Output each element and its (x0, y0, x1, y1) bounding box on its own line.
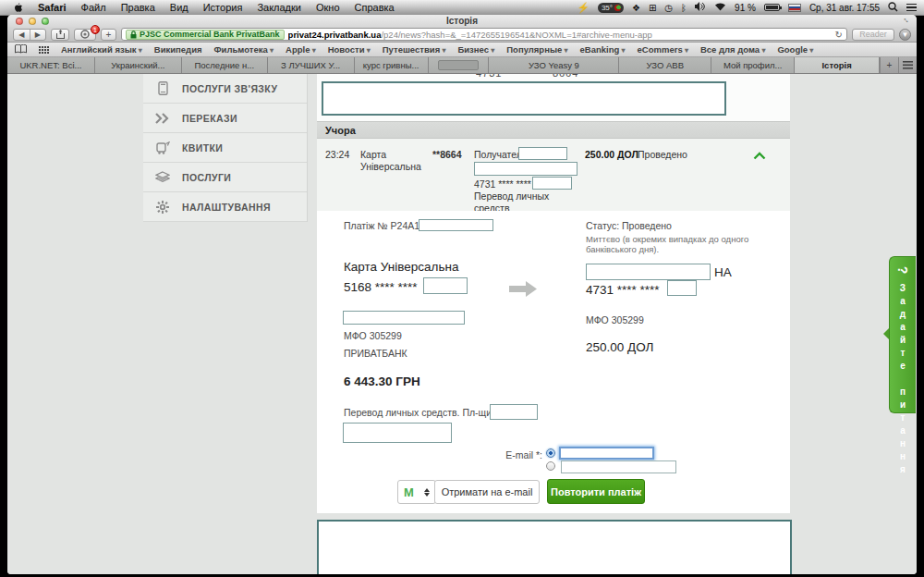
from-card-name: Карта Універсальна (344, 260, 458, 274)
power-bolt-icon[interactable]: ⚡ (577, 2, 590, 14)
email-radio-1[interactable] (546, 448, 555, 458)
to-card-prefix: 4731 **** **** (586, 283, 660, 297)
menubar-clock[interactable]: Ср, 31 авг. 17:55 (809, 3, 880, 13)
sidebar-item-communication[interactable]: ПОСЛУГИ ЗВ'ЯЗКУ (143, 74, 307, 104)
bookmark-apple[interactable]: Apple (286, 44, 316, 55)
bookmark-filmoteka[interactable]: Фильмотека (214, 44, 274, 55)
transaction-row[interactable]: 23:24 Карта Універсальна **8664 Получате… (317, 139, 790, 211)
bookmark-travel[interactable]: Путешествия (383, 44, 446, 55)
phone-icon (143, 81, 182, 95)
browser-toolbar: ◀▶ 1 + PJSC Commercial Bank PrivatBank p… (7, 27, 917, 43)
bookmark-home[interactable]: Все для дома (700, 44, 765, 55)
menu-edit[interactable]: Правка (121, 2, 155, 13)
to-amount: 250.00 ДОЛ (586, 340, 653, 354)
bookmark-ecommers[interactable]: eCommers (638, 44, 688, 55)
bluetooth-icon[interactable]: ᛒ (681, 3, 687, 13)
ev-certificate-badge[interactable]: PJSC Commercial Bank PrivatBank (126, 30, 285, 40)
tab-ukrainian[interactable]: Украинский... (95, 57, 182, 73)
tab-history-active[interactable]: Історія (795, 57, 880, 73)
sidebar-item-settings[interactable]: НАЛАШТУВАННЯ (143, 192, 307, 222)
redacted-from-owner (343, 311, 465, 325)
menu-safari[interactable]: Safari (38, 2, 67, 13)
ask-question-tab[interactable]: ? Задайте питання (889, 256, 916, 413)
mail-service-select[interactable]: M (397, 480, 436, 504)
bookmark-news[interactable]: Новости (328, 44, 371, 55)
email-input-2[interactable] (561, 460, 676, 473)
sidebar-item-services[interactable]: ПОСЛУГИ (143, 163, 307, 192)
add-tab-button[interactable]: + (880, 57, 898, 73)
lock-icon (130, 31, 137, 39)
from-bank: ПРИВАТБАНК (344, 348, 407, 359)
repeat-payment-button[interactable]: Повторити платіж (547, 479, 645, 504)
redacted-recipient-line2 (474, 162, 578, 176)
bookmark-ebanking[interactable]: eBanking (580, 44, 626, 55)
collapse-chevron-icon[interactable] (753, 151, 766, 162)
menu-history[interactable]: История (203, 2, 243, 13)
menu-bookmarks[interactable]: Закладки (257, 2, 301, 13)
email-radio-2[interactable] (546, 461, 555, 471)
menu-help[interactable]: Справка (355, 2, 395, 13)
bookmark-business[interactable]: Бизнес (457, 44, 494, 55)
temp-status-icon (614, 5, 621, 11)
tab-overview-button[interactable] (898, 57, 917, 73)
wifi-icon[interactable] (714, 2, 726, 13)
send-email-button[interactable]: Отримати на e-mail (434, 480, 540, 504)
gmail-icon: M (404, 485, 414, 499)
menu-file[interactable]: Файл (81, 2, 106, 13)
ask-question-label: Задайте питання (898, 283, 908, 477)
window-titlebar[interactable]: Історія ↔ (7, 15, 917, 27)
top-sites-icon[interactable] (39, 46, 49, 54)
tab-my-profile[interactable]: Мой профил... (711, 57, 795, 73)
time-machine-icon[interactable]: ◷ (664, 3, 673, 13)
back-button[interactable]: ◀ (14, 30, 30, 40)
sidebar-item-label: КВИТКИ (182, 142, 223, 153)
payment-number-label: Платіж № P24A1 (344, 220, 419, 231)
sidebar-item-tickets[interactable]: КВИТКИ (143, 133, 307, 163)
bookmark-wikipedia[interactable]: Википедия (154, 44, 202, 55)
tab-untitled[interactable] (429, 57, 490, 73)
sidebar-item-transfers[interactable]: ПЕРЕКАЗИ (143, 104, 307, 133)
bookmark-english[interactable]: Английский язык (61, 44, 142, 55)
bookmark-google[interactable]: Google (777, 44, 813, 55)
email-input-1[interactable] (559, 447, 654, 460)
zoom-window-button[interactable] (42, 18, 49, 25)
tab-ukrnet[interactable]: UKR.NET: Всі... (7, 57, 95, 73)
minimize-window-button[interactable] (29, 18, 36, 25)
tab-uzo-abb[interactable]: УЗО ABB (619, 57, 711, 73)
tab-best[interactable]: З ЛУЧШИХ У... (268, 57, 355, 73)
new-tab-button[interactable]: + (101, 29, 116, 41)
battery-percent: 91 % (735, 3, 756, 13)
detail-status: Статус: Проведено (586, 220, 672, 231)
downloads-button[interactable]: ▼ (899, 29, 911, 41)
close-window-button[interactable] (16, 18, 23, 25)
back-forward-control[interactable]: ◀▶ (13, 29, 46, 41)
sidebar-item-label: НАЛАШТУВАННЯ (182, 202, 271, 213)
address-bar[interactable]: PJSC Commercial Bank PrivatBank privat24… (121, 28, 847, 41)
temperature-widget[interactable]: 35° (598, 3, 624, 13)
bookmark-popular[interactable]: Популярные (506, 44, 567, 55)
reading-list-icon[interactable] (15, 44, 27, 55)
extension-button[interactable]: 1 (74, 29, 96, 41)
windows-icon[interactable]: ⊞ (649, 3, 656, 13)
tab-latest-news[interactable]: Последние н... (182, 57, 268, 73)
window-title: Історія (7, 15, 917, 27)
apple-icon[interactable] (13, 2, 23, 13)
redacted-payer (490, 404, 538, 420)
tab-kurs-grivny[interactable]: курс гривны... (355, 57, 429, 73)
menu-window[interactable]: Окно (316, 2, 340, 13)
forward-button[interactable]: ▶ (30, 30, 46, 40)
tab-uzo-yeasy[interactable]: УЗО Yeasy 9 (489, 57, 619, 73)
share-button[interactable] (51, 29, 69, 41)
menu-view[interactable]: Вид (170, 2, 188, 13)
spotlight-search-icon[interactable] (888, 2, 898, 14)
battery-icon[interactable] (764, 4, 780, 11)
reader-button[interactable]: Reader (852, 29, 894, 41)
redacted-to-recipient (586, 264, 711, 280)
dropbox-icon[interactable]: ❖ (632, 3, 640, 13)
input-language-flag-icon[interactable] (788, 4, 801, 12)
volume-icon[interactable] (695, 2, 706, 13)
recipient-card: 4731 **** **** 2 (474, 178, 540, 190)
notification-center-icon[interactable] (906, 4, 917, 12)
reload-icon[interactable]: ↻ (835, 30, 843, 40)
purpose-label: Перевод личных средств. Пл-щик: (344, 407, 499, 418)
